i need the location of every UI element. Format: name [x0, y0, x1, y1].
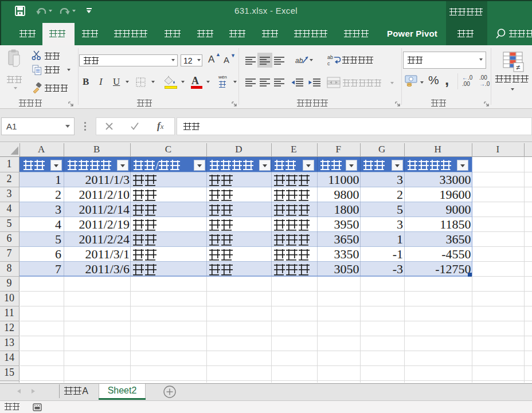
svg-text:ab: ab: [295, 57, 303, 65]
svg-text:c: c: [327, 61, 330, 66]
svg-text:≠: ≠: [516, 63, 520, 72]
svg-text:ab: ab: [327, 54, 333, 60]
